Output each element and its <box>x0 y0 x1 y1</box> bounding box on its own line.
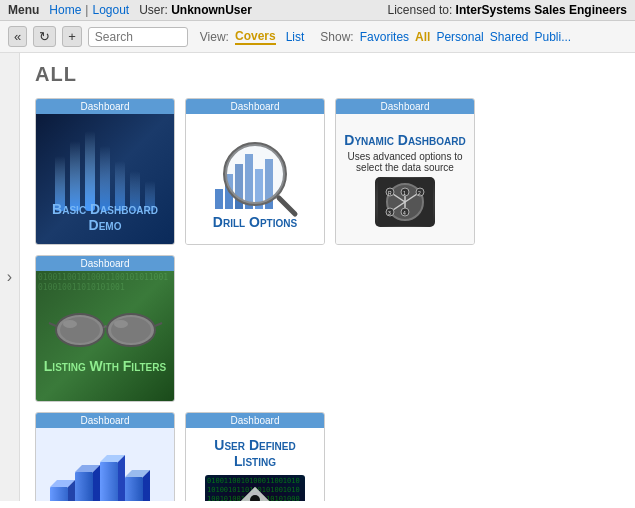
menu-bar: Menu Home | Logout User: UnknownUser Lic… <box>0 0 635 21</box>
person-svg <box>215 482 295 501</box>
cards-row1: Dashboard <box>35 98 620 402</box>
card-header-1: Dashboard <box>36 99 174 114</box>
search-input[interactable] <box>88 27 188 47</box>
nav-divider: | <box>85 3 88 17</box>
card-body-3: Dynamic Dashboard Uses advanced options … <box>336 114 474 244</box>
logout-link[interactable]: Logout <box>92 3 129 17</box>
menu-button[interactable]: Menu <box>8 3 39 17</box>
view-covers-button[interactable]: Covers <box>235 29 276 45</box>
card-realtime[interactable]: Dashboard <box>35 412 175 501</box>
card-header-2: Dashboard <box>186 99 324 114</box>
show-shared-button[interactable]: Shared <box>490 30 529 44</box>
svg-text:1: 1 <box>403 190 406 196</box>
card-subtitle-3: Uses advanced options to select the data… <box>342 151 468 173</box>
realtime-svg <box>45 447 165 502</box>
svg-line-15 <box>279 198 295 214</box>
card-user-defined[interactable]: Dashboard User Defined Listing 010011001… <box>185 412 325 501</box>
svg-text:3: 3 <box>388 210 391 216</box>
binary-bg: 0100110010100011001010110010100100110101… <box>36 271 174 401</box>
add-button[interactable]: + <box>62 26 82 47</box>
show-all-button[interactable]: All <box>415 30 430 44</box>
card-body-2: Drill Options <box>186 114 324 244</box>
card-listing-filters[interactable]: Dashboard <box>35 255 175 402</box>
card-body-4: 0100110010100011001010110010100100110101… <box>36 271 174 401</box>
svg-rect-2 <box>85 131 95 211</box>
svg-marker-49 <box>118 455 125 502</box>
nav-links: Home | Logout <box>49 3 129 17</box>
card-body-5: Real Time Updates <box>36 428 174 501</box>
cards-row2: Dashboard <box>35 412 620 501</box>
card-dynamic-dashboard[interactable]: Dashboard Dynamic Dashboard Uses advance… <box>335 98 475 245</box>
light-beams-svg <box>50 126 160 211</box>
gear-image: R 1 2 3 4 <box>375 177 435 227</box>
section-title: All <box>35 63 620 86</box>
card-title-4: Listing with Filters <box>44 358 166 374</box>
sidebar-toggle[interactable]: › <box>0 53 20 501</box>
main-content: › All Dashboard <box>0 53 635 501</box>
show-personal-button[interactable]: Personal <box>436 30 483 44</box>
card-title-2: Drill Options <box>213 214 297 230</box>
svg-text:4: 4 <box>403 210 406 216</box>
refresh-button[interactable]: ↻ <box>33 26 56 47</box>
card-basic-dashboard[interactable]: Dashboard <box>35 98 175 245</box>
svg-rect-47 <box>100 462 118 502</box>
card-title-3: Dynamic Dashboard <box>344 132 465 148</box>
svg-rect-41 <box>50 487 68 502</box>
toolbar: « ↻ + View: Covers List Show: Favorites … <box>0 21 635 53</box>
card-header-4: Dashboard <box>36 256 174 271</box>
card-header-3: Dashboard <box>336 99 474 114</box>
card-drill-options[interactable]: Dashboard <box>185 98 325 245</box>
content-area: All Dashboard <box>20 53 635 501</box>
card-title-6: User Defined Listing <box>192 437 318 469</box>
show-label: Show: <box>320 30 353 44</box>
card-header-6: Dashboard <box>186 413 324 428</box>
user-info: User: UnknownUser <box>139 3 252 17</box>
svg-rect-50 <box>125 477 143 502</box>
license-info: Licensed to: InterSystems Sales Engineer… <box>388 3 627 17</box>
license-name: InterSystems Sales Engineers <box>456 3 627 17</box>
show-public-button[interactable]: Publi... <box>534 30 571 44</box>
home-link[interactable]: Home <box>49 3 81 17</box>
drill-options-svg <box>200 129 310 219</box>
view-list-button[interactable]: List <box>286 30 305 44</box>
view-label: View: <box>200 30 229 44</box>
svg-rect-7 <box>215 189 223 209</box>
udl-image: 0100110010100011001010101001011010010100… <box>205 475 305 502</box>
svg-point-14 <box>225 144 285 204</box>
card-header-5: Dashboard <box>36 413 174 428</box>
card-body-1: Basic Dashboard Demo <box>36 114 174 244</box>
svg-text:2: 2 <box>418 190 421 196</box>
show-favorites-button[interactable]: Favorites <box>360 30 409 44</box>
back-button[interactable]: « <box>8 26 27 47</box>
card-title-1: Basic Dashboard Demo <box>42 201 168 233</box>
card-body-6: User Defined Listing 0100110010100011001… <box>186 428 324 501</box>
svg-rect-44 <box>75 472 93 502</box>
gear-svg: R 1 2 3 4 <box>378 178 433 226</box>
svg-text:R: R <box>388 190 392 196</box>
username: UnknownUser <box>171 3 252 17</box>
